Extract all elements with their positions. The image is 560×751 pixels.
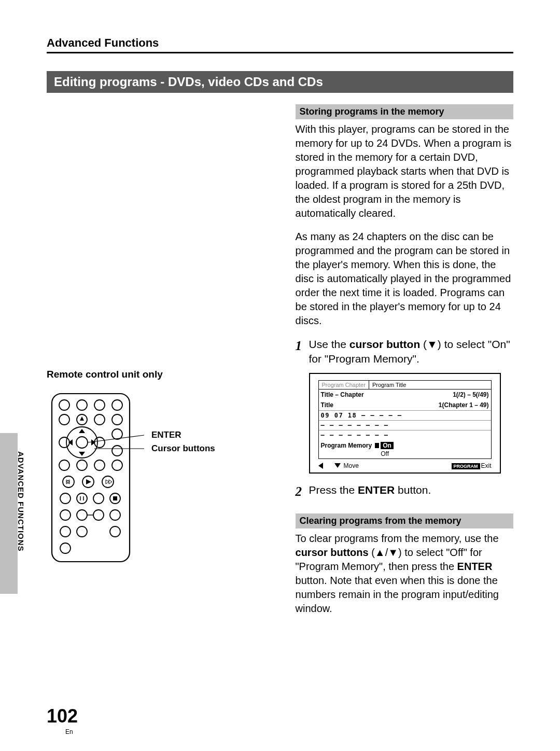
svg-point-26 bbox=[63, 476, 74, 488]
svg-point-46 bbox=[60, 526, 71, 537]
svg-marker-13 bbox=[79, 452, 85, 456]
para-storing-1: With this player, programs can be stored… bbox=[296, 122, 513, 220]
remote-diagram bbox=[47, 393, 145, 566]
osd-title-chapter-value: 1(/2) – 5(/49) bbox=[453, 391, 488, 398]
svg-point-2 bbox=[77, 400, 87, 410]
svg-point-48 bbox=[110, 526, 120, 537]
svg-point-8 bbox=[94, 414, 105, 425]
svg-point-22 bbox=[59, 460, 69, 470]
triangle-down-icon bbox=[334, 463, 341, 468]
osd-grid-row-3: — — — — — — — — bbox=[319, 430, 491, 440]
osd-option-off: Off bbox=[381, 450, 389, 457]
header-rule bbox=[47, 52, 513, 53]
osd-tabs: Program Chapter Program Title bbox=[318, 380, 492, 390]
step-1: 1 Use the cursor button (▼) to select "O… bbox=[296, 337, 513, 367]
osd-title-value: 1(Chapter 1 – 49) bbox=[439, 401, 489, 409]
svg-point-47 bbox=[77, 526, 87, 537]
osd-title-label: Title bbox=[321, 401, 333, 409]
svg-point-45 bbox=[110, 510, 120, 520]
osd-move-label: Move bbox=[344, 462, 359, 469]
svg-marker-32 bbox=[106, 480, 109, 484]
svg-point-19 bbox=[112, 446, 122, 456]
osd-option-on: On bbox=[381, 442, 394, 449]
svg-point-35 bbox=[77, 493, 87, 504]
osd-grid-row-2: — — — — — — — — bbox=[319, 420, 491, 430]
svg-point-11 bbox=[76, 437, 88, 448]
osd-screen: Program Chapter Program Title Title – Ch… bbox=[309, 373, 501, 474]
para-storing-2: As many as 24 chapters on the disc can b… bbox=[296, 230, 513, 328]
step-2: 2 Press the ENTER button. bbox=[296, 483, 513, 500]
svg-marker-7 bbox=[80, 416, 84, 421]
title-bar: Editing programs - DVDs, video CDs and C… bbox=[47, 71, 513, 93]
svg-point-24 bbox=[94, 460, 105, 470]
svg-point-17 bbox=[94, 437, 105, 448]
step-1-text-a: Use the bbox=[309, 338, 349, 350]
triangle-left-icon bbox=[318, 463, 323, 469]
svg-rect-40 bbox=[113, 496, 117, 500]
svg-point-23 bbox=[77, 460, 87, 470]
svg-point-38 bbox=[93, 493, 104, 504]
osd-exit-label: Exit bbox=[481, 462, 492, 469]
svg-point-4 bbox=[112, 400, 122, 410]
cursor-marker-icon bbox=[375, 443, 379, 448]
step-2-number: 2 bbox=[296, 483, 309, 500]
svg-marker-30 bbox=[86, 479, 91, 484]
callout-cursor-buttons: Cursor buttons bbox=[151, 442, 215, 455]
svg-point-34 bbox=[60, 493, 71, 504]
svg-point-18 bbox=[112, 429, 122, 439]
page-language: En bbox=[65, 728, 73, 735]
svg-point-9 bbox=[112, 414, 122, 425]
svg-point-3 bbox=[94, 400, 105, 410]
para-clearing: To clear programs from the memory, use t… bbox=[296, 532, 513, 616]
svg-point-42 bbox=[77, 510, 87, 520]
osd-grid-row-1: 09 07 18 — — — — — bbox=[319, 410, 491, 420]
svg-point-41 bbox=[60, 510, 71, 520]
page-number: 102 bbox=[47, 705, 78, 727]
svg-marker-12 bbox=[79, 429, 85, 433]
svg-point-5 bbox=[59, 414, 69, 425]
remote-only-label: Remote control unit only bbox=[47, 369, 283, 380]
svg-point-16 bbox=[59, 437, 69, 448]
svg-point-44 bbox=[93, 510, 104, 520]
osd-tab-title: Program Title bbox=[369, 381, 409, 389]
step-1-text-b: cursor button bbox=[349, 338, 421, 350]
subheading-storing: Storing programs in the memory bbox=[296, 104, 513, 119]
step-2-text-c: button. bbox=[395, 484, 431, 496]
section-header: Advanced Functions bbox=[47, 36, 513, 52]
svg-point-1 bbox=[59, 400, 69, 410]
callout-enter: ENTER bbox=[151, 429, 215, 441]
osd-tab-chapter: Program Chapter bbox=[319, 381, 369, 389]
osd-title-chapter-label: Title – Chapter bbox=[321, 391, 364, 398]
step-2-text-b: ENTER bbox=[358, 484, 395, 496]
osd-program-memory-label: Program Memory bbox=[321, 442, 372, 449]
svg-point-49 bbox=[60, 543, 71, 553]
step-2-text-a: Press the bbox=[309, 484, 358, 496]
osd-program-button-label: PROGRAM bbox=[452, 463, 480, 469]
step-1-number: 1 bbox=[296, 337, 309, 367]
svg-point-25 bbox=[112, 460, 122, 470]
subheading-clearing: Clearing programs from the memory bbox=[296, 513, 513, 529]
